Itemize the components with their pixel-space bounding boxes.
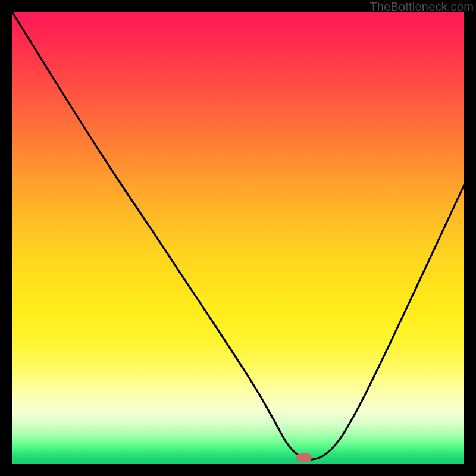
optimal-point-marker <box>296 453 312 462</box>
plot-area <box>12 12 464 464</box>
bottleneck-curve <box>12 12 464 464</box>
watermark-text: TheBottleneck.com <box>369 0 474 14</box>
chart-frame: TheBottleneck.com <box>0 0 476 476</box>
